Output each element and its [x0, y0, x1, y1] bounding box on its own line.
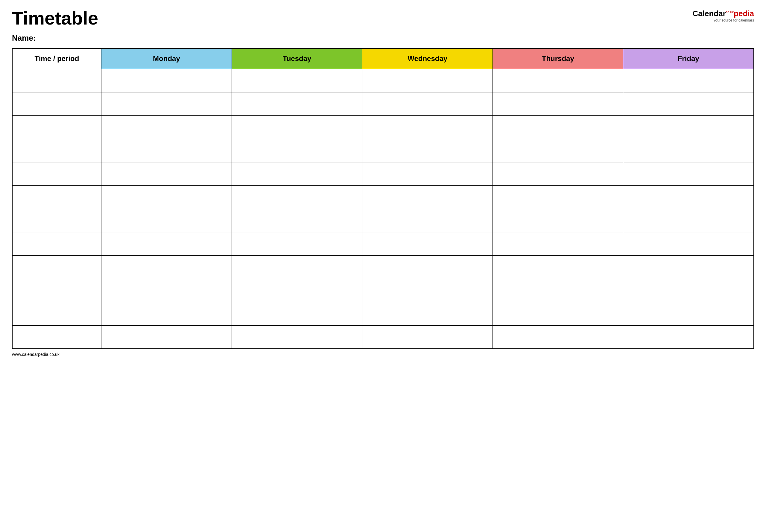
table-cell[interactable]: [493, 185, 623, 209]
table-cell[interactable]: [623, 279, 754, 302]
table-cell[interactable]: [101, 139, 231, 162]
table-cell[interactable]: [12, 162, 101, 185]
table-cell[interactable]: [362, 255, 493, 279]
table-cell[interactable]: [623, 325, 754, 349]
table-cell[interactable]: [12, 139, 101, 162]
logo-text: Calendarco.ukpedia: [693, 9, 754, 18]
table-cell[interactable]: [362, 139, 493, 162]
table-cell[interactable]: [623, 209, 754, 232]
table-cell[interactable]: [12, 255, 101, 279]
table-cell[interactable]: [12, 92, 101, 115]
page-title: Timetable: [12, 9, 98, 28]
table-cell[interactable]: [231, 232, 362, 255]
table-cell[interactable]: [493, 302, 623, 325]
table-cell[interactable]: [231, 185, 362, 209]
table-row: [12, 115, 754, 139]
name-row: Name:: [12, 33, 754, 43]
col-thursday: Thursday: [493, 48, 623, 69]
table-cell[interactable]: [231, 139, 362, 162]
logo-tagline: Your source for calendars: [693, 18, 754, 22]
table-cell[interactable]: [101, 209, 231, 232]
table-cell[interactable]: [12, 325, 101, 349]
table-cell[interactable]: [362, 115, 493, 139]
table-cell[interactable]: [623, 139, 754, 162]
table-cell[interactable]: [231, 302, 362, 325]
table-cell[interactable]: [12, 69, 101, 92]
col-wednesday: Wednesday: [362, 48, 493, 69]
table-cell[interactable]: [362, 302, 493, 325]
table-cell[interactable]: [623, 162, 754, 185]
table-cell[interactable]: [12, 185, 101, 209]
table-cell[interactable]: [623, 232, 754, 255]
table-cell[interactable]: [362, 325, 493, 349]
timetable-wrapper: Time / period Monday Tuesday Wednesday T…: [12, 48, 754, 349]
table-body: [12, 69, 754, 349]
table-cell[interactable]: [493, 115, 623, 139]
table-cell[interactable]: [231, 209, 362, 232]
footer-url: www.calendarpedia.co.uk: [12, 352, 60, 357]
table-cell[interactable]: [493, 92, 623, 115]
table-cell[interactable]: [231, 92, 362, 115]
table-cell[interactable]: [493, 279, 623, 302]
table-row: [12, 302, 754, 325]
table-cell[interactable]: [362, 209, 493, 232]
table-cell[interactable]: [12, 209, 101, 232]
table-cell[interactable]: [12, 232, 101, 255]
table-cell[interactable]: [623, 92, 754, 115]
table-cell[interactable]: [101, 92, 231, 115]
table-cell[interactable]: [623, 69, 754, 92]
table-cell[interactable]: [362, 185, 493, 209]
logo-couk: co.uk: [726, 10, 734, 14]
table-cell[interactable]: [231, 325, 362, 349]
table-cell[interactable]: [493, 69, 623, 92]
logo-calendar: Calendar: [693, 9, 726, 18]
table-cell[interactable]: [362, 279, 493, 302]
table-cell[interactable]: [231, 255, 362, 279]
table-cell[interactable]: [101, 162, 231, 185]
table-row: [12, 209, 754, 232]
table-cell[interactable]: [623, 115, 754, 139]
table-cell[interactable]: [493, 255, 623, 279]
table-cell[interactable]: [231, 115, 362, 139]
table-cell[interactable]: [101, 255, 231, 279]
table-cell[interactable]: [101, 325, 231, 349]
table-cell[interactable]: [12, 279, 101, 302]
table-cell[interactable]: [231, 279, 362, 302]
table-cell[interactable]: [101, 302, 231, 325]
table-cell[interactable]: [493, 162, 623, 185]
table-cell[interactable]: [362, 162, 493, 185]
table-cell[interactable]: [101, 279, 231, 302]
table-cell[interactable]: [493, 139, 623, 162]
table-cell[interactable]: [493, 209, 623, 232]
table-cell[interactable]: [362, 69, 493, 92]
table-cell[interactable]: [231, 162, 362, 185]
table-cell[interactable]: [362, 232, 493, 255]
table-cell[interactable]: [12, 115, 101, 139]
table-header: Time / period Monday Tuesday Wednesday T…: [12, 48, 754, 69]
table-cell[interactable]: [101, 115, 231, 139]
table-row: [12, 185, 754, 209]
table-cell[interactable]: [101, 69, 231, 92]
table-row: [12, 232, 754, 255]
table-cell[interactable]: [623, 185, 754, 209]
table-row: [12, 255, 754, 279]
table-cell[interactable]: [493, 232, 623, 255]
logo-pedia: pedia: [734, 9, 754, 18]
table-row: [12, 279, 754, 302]
table-cell[interactable]: [12, 302, 101, 325]
table-cell[interactable]: [623, 255, 754, 279]
table-cell[interactable]: [623, 302, 754, 325]
name-label: Name:: [12, 33, 36, 42]
table-cell[interactable]: [101, 232, 231, 255]
col-friday: Friday: [623, 48, 754, 69]
col-time: Time / period: [12, 48, 101, 69]
table-cell[interactable]: [493, 325, 623, 349]
table-cell[interactable]: [362, 92, 493, 115]
table-cell[interactable]: [101, 185, 231, 209]
table-row: [12, 69, 754, 92]
table-row: [12, 139, 754, 162]
table-cell[interactable]: [231, 69, 362, 92]
timetable: Time / period Monday Tuesday Wednesday T…: [12, 48, 754, 349]
table-row: [12, 92, 754, 115]
table-row: [12, 162, 754, 185]
